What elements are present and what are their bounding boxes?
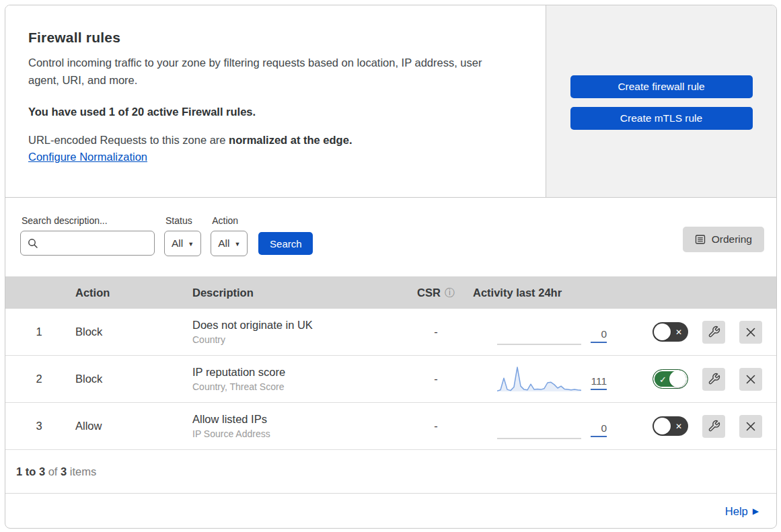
close-icon: [745, 374, 756, 385]
normalization-prefix: URL-encoded Requests to this zone are: [28, 134, 229, 146]
status-select[interactable]: All▼: [164, 231, 201, 256]
ordering-button[interactable]: Ordering: [683, 227, 764, 252]
rule-csr-value: -: [399, 373, 473, 385]
action-group: Action All▼: [211, 215, 248, 256]
pagination-range: 1 to 3: [16, 465, 45, 478]
page-title: Firewall rules: [28, 30, 525, 46]
rule-priority: 2: [5, 373, 73, 385]
rule-fields: IP Source Address: [192, 428, 399, 439]
wrench-icon: [708, 420, 720, 432]
ordering-label: Ordering: [712, 233, 752, 245]
rule-action: Block: [73, 373, 187, 385]
rule-fields: Country, Threat Score: [192, 381, 399, 392]
rule-action: Allow: [73, 420, 187, 432]
activity-sparkline: [497, 365, 581, 394]
rule-activity-cell: 0: [473, 412, 644, 441]
description-column-header: Description: [187, 287, 399, 299]
status-group: Status All▼: [164, 215, 201, 256]
create-mtls-rule-button[interactable]: Create mTLS rule: [570, 107, 753, 130]
search-group: Search description...: [20, 215, 155, 256]
search-box[interactable]: [20, 231, 155, 256]
chevron-down-icon: ▼: [188, 241, 194, 248]
x-mark-icon: ✕: [675, 422, 682, 430]
rule-priority: 3: [5, 420, 73, 432]
edit-rule-button[interactable]: [702, 415, 725, 438]
rule-enabled-toggle[interactable]: ✓✕: [653, 322, 688, 342]
firewall-rules-card: Firewall rules Control incoming traffic …: [5, 5, 777, 529]
rule-fields: Country: [192, 334, 399, 345]
x-mark-icon: ✕: [675, 328, 682, 336]
ordering-icon: [695, 234, 706, 245]
delete-rule-button[interactable]: [739, 368, 762, 391]
actions-panel: Create firewall rule Create mTLS rule: [546, 5, 776, 197]
toggle-knob: [654, 324, 671, 340]
status-value: All: [172, 237, 183, 250]
rule-description-cell: Does not originate in UK Country: [187, 319, 399, 345]
normalization-bold: normalized at the edge.: [229, 134, 352, 146]
search-input[interactable]: [42, 231, 149, 255]
pagination-items: items: [67, 465, 96, 478]
rule-description: IP reputation score: [192, 366, 399, 379]
normalization-note: URL-encoded Requests to this zone are no…: [28, 134, 525, 147]
action-select[interactable]: All▼: [211, 231, 248, 256]
rule-enabled-toggle[interactable]: ✓✕: [653, 369, 688, 389]
action-value: All: [218, 237, 229, 250]
rule-controls: ✓✕: [644, 415, 776, 438]
edit-rule-button[interactable]: [702, 368, 725, 391]
delete-rule-button[interactable]: [739, 321, 762, 344]
rule-enabled-toggle[interactable]: ✓✕: [653, 416, 688, 436]
usage-summary: You have used 1 of 20 active Firewall ru…: [28, 106, 525, 118]
configure-normalization-link[interactable]: Configure Normalization: [28, 151, 147, 163]
rule-activity-cell: 0: [473, 317, 644, 347]
table-row: 3 Allow Allow listed IPs IP Source Addre…: [5, 403, 776, 450]
arrow-right-icon: ▶: [753, 506, 759, 516]
rule-csr-value: -: [399, 326, 473, 338]
search-label: Search description...: [22, 215, 155, 226]
activity-column-header: Activity last 24hr: [473, 287, 644, 299]
check-icon: ✓: [659, 375, 667, 383]
action-label: Action: [212, 215, 248, 226]
rule-controls: ✓✕: [644, 368, 776, 391]
wrench-icon: [708, 326, 720, 338]
activity-count-link[interactable]: 0: [591, 422, 607, 437]
activity-sparkline: [497, 317, 581, 347]
rule-action: Block: [73, 326, 187, 338]
pagination-total: 3: [61, 465, 67, 478]
rule-activity-cell: 111: [473, 365, 644, 394]
help-link[interactable]: Help▶: [725, 505, 759, 518]
activity-count-link[interactable]: 111: [591, 375, 607, 390]
filter-bar: Search description... Status All▼ Action…: [5, 198, 776, 276]
firewall-rules-page: Firewall rules Control incoming traffic …: [0, 0, 781, 532]
rule-description: Allow listed IPs: [192, 413, 399, 426]
csr-label: CSR: [417, 287, 441, 299]
csr-column-header: CSRⓘ: [399, 287, 473, 299]
info-icon[interactable]: ⓘ: [445, 287, 455, 299]
search-button[interactable]: Search: [258, 232, 313, 255]
header-text-area: Firewall rules Control incoming traffic …: [5, 5, 546, 197]
rule-description-cell: IP reputation score Country, Threat Scor…: [187, 366, 399, 392]
header-section: Firewall rules Control incoming traffic …: [5, 5, 776, 198]
rule-priority: 1: [5, 326, 73, 338]
toggle-knob: [669, 371, 686, 387]
rule-description-cell: Allow listed IPs IP Source Address: [187, 413, 399, 439]
table-header: Action Description CSRⓘ Activity last 24…: [5, 276, 776, 309]
chevron-down-icon: ▼: [234, 241, 240, 248]
help-label: Help: [725, 505, 748, 518]
activity-sparkline: [497, 412, 581, 441]
rule-controls: ✓✕: [644, 321, 776, 344]
rule-csr-value: -: [399, 420, 473, 432]
table-row: 2 Block IP reputation score Country, Thr…: [5, 356, 776, 403]
pagination-of: of: [45, 465, 61, 478]
delete-rule-button[interactable]: [739, 415, 762, 438]
edit-rule-button[interactable]: [702, 321, 725, 344]
activity-count-link[interactable]: 0: [591, 328, 607, 343]
action-column-header: Action: [73, 287, 187, 299]
toggle-knob: [654, 418, 671, 434]
pagination-bar: 1 to 3 of 3 items: [5, 450, 776, 494]
page-description: Control incoming traffic to your zone by…: [28, 54, 513, 89]
status-label: Status: [165, 215, 201, 226]
search-icon: [28, 238, 38, 249]
table-row: 1 Block Does not originate in UK Country…: [5, 309, 776, 356]
close-icon: [745, 421, 756, 432]
create-firewall-rule-button[interactable]: Create firewall rule: [570, 75, 753, 98]
